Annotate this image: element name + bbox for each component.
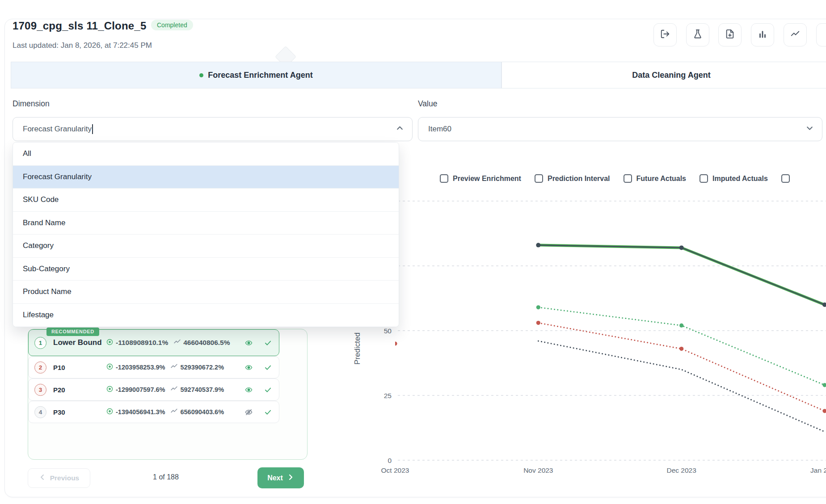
svg-text:Jan 2024: Jan 2024 [810,466,826,474]
next-button[interactable]: Next [257,467,304,488]
value-select[interactable]: Item60 [418,117,822,141]
trend-icon [173,338,181,348]
target-icon [106,338,114,348]
svg-text:25: 25 [384,392,392,399]
rank-number: 2 [34,361,46,374]
export-icon [660,29,670,41]
check-icon[interactable] [264,386,272,394]
checkbox-icon[interactable] [440,174,448,183]
svg-text:Nov 2023: Nov 2023 [523,466,553,474]
eye-icon[interactable] [245,339,253,347]
dimension-option-sub-category[interactable]: Sub-Category [13,258,399,281]
chart-toggle-row: Preview EnrichmentPrediction IntervalFut… [440,174,803,183]
text-cursor [92,124,93,134]
chevron-down-icon [805,124,814,134]
dimension-option-product-name[interactable]: Product Name [13,281,399,304]
dimension-option-category[interactable]: Category [13,235,399,258]
toggle-clipped[interactable] [781,174,790,183]
dimension-label: Dimension [13,99,50,109]
history-button[interactable] [816,23,826,46]
check-icon[interactable] [264,339,272,347]
eye-icon[interactable] [245,386,253,394]
tab-label: Data Cleaning Agent [632,71,710,80]
series-lower-dotted-dark [538,341,825,432]
toggle-imputed-actuals[interactable]: Imputed Actuals [700,174,768,183]
file-plus-icon [725,29,735,41]
trend-icon [170,385,178,394]
checkbox-icon[interactable] [535,174,543,183]
dimension-option-sku-code[interactable]: SKU Code [13,189,399,212]
target-metric: -1394056941.3% [106,407,165,416]
dimension-option-lifestage[interactable]: Lifestage [13,304,399,327]
rank-number: 1 [34,337,46,349]
chevron-left-icon [39,474,46,483]
candidate-label: P10 [53,364,106,371]
target-metric: -1108908910.1% [106,338,168,348]
forecast-candidate-row-p10[interactable]: 2P10-1203958253.9%529390672.2% [28,356,279,378]
toggle-prediction-interval[interactable]: Prediction Interval [535,174,610,183]
checkbox-icon[interactable] [700,174,708,183]
dimension-input-value: Forecast Granularity [23,125,92,134]
active-status-dot-icon [199,73,203,77]
target-metric: -1203958253.9% [106,363,165,372]
experiment-button[interactable] [686,23,709,46]
status-badge: Completed [151,20,193,30]
page-indicator: 1 of 188 [139,473,193,481]
toggle-label: Imputed Actuals [712,175,768,183]
toggle-future-actuals[interactable]: Future Actuals [624,174,686,183]
dimension-option-all[interactable]: All [13,143,399,166]
svg-text:0: 0 [388,457,392,464]
dimension-option-forecast-granularity[interactable]: Forecast Granularity [13,166,399,189]
dimension-dropdown-menu: AllForecast GranularitySKU CodeBrand Nam… [13,142,399,327]
rank-number: 4 [34,406,46,418]
forecast-candidate-row-p30[interactable]: 4P30-1394056941.3%656090403.6% [28,401,279,423]
tab-data-cleaning-agent[interactable]: Data Cleaning Agent [502,62,826,88]
toggle-label: Prediction Interval [548,175,610,183]
bar-chart-button[interactable] [751,23,774,46]
dimension-option-brand-name[interactable]: Brand Name [13,212,399,235]
target-metric: -1299007597.6% [106,385,165,394]
candidate-label: P20 [53,386,106,394]
eye-off-icon[interactable] [245,408,253,416]
trend-metric: 529390672.2% [170,363,224,372]
target-icon [106,407,114,416]
chevron-up-icon [396,124,404,134]
chevron-right-icon [287,474,294,483]
last-updated-text: Last updated: Jan 8, 2026, at 7:22:45 PM [13,41,152,50]
svg-text:Dec 2023: Dec 2023 [666,466,696,474]
series-enriched-forecast-solid [536,243,826,307]
tab-forecast-enrichment-agent[interactable]: Forecast Enrichment Agent [11,62,502,88]
clock-icon-partial [818,29,826,41]
add-document-button[interactable] [718,23,742,46]
checkbox-icon[interactable] [781,174,790,183]
app-window: 1709_cpg_sls 11_Clone_5 Completed Last u… [0,0,826,504]
check-icon[interactable] [264,408,272,416]
forecast-candidate-row-p20[interactable]: 3P20-1299007597.6%592740537.9% [28,378,279,401]
toggle-preview-enrichment[interactable]: Preview Enrichment [440,174,521,183]
export-button[interactable] [653,23,677,46]
flask-icon [693,29,703,41]
trend-line-icon [790,29,800,41]
toggle-label: Preview Enrichment [453,175,521,183]
svg-text:50: 50 [384,327,392,335]
bar-chart-icon [758,29,767,41]
target-icon [106,385,114,394]
trend-metric: 656090403.6% [170,407,224,416]
dimension-combobox[interactable]: Forecast Granularity [13,117,413,141]
value-label: Value [418,99,437,109]
eye-icon[interactable] [245,364,253,371]
previous-button[interactable]: Previous [28,468,90,488]
value-select-value: Item60 [428,125,451,134]
trend-icon [170,407,178,416]
line-chart-button[interactable] [784,23,807,46]
svg-text:Oct 2023: Oct 2023 [381,466,409,474]
recommendation-panel: 1Lower Bound-1108908910.1%466040806.5%2P… [28,329,308,460]
page-title: 1709_cpg_sls 11_Clone_5 [13,20,146,32]
series-upper-bound-dotted-green [536,305,826,387]
tab-label: Forecast Enrichment Agent [208,71,312,80]
target-icon [106,363,114,372]
toggle-label: Future Actuals [636,175,686,183]
check-icon[interactable] [264,364,272,371]
trend-metric: 592740537.9% [170,385,224,394]
checkbox-icon[interactable] [624,174,632,183]
